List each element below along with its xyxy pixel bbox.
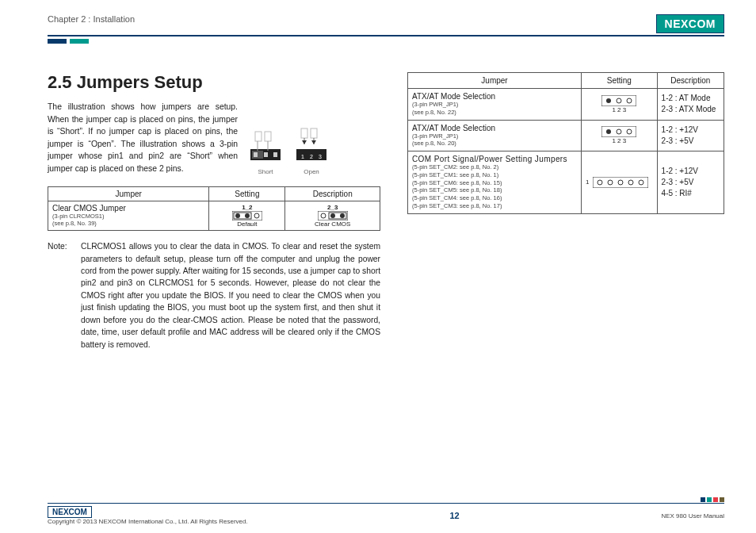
- svg-rect-9: [301, 128, 307, 138]
- jumpers-table: Jumper Setting Description ATX/AT Mode S…: [407, 72, 724, 214]
- svg-rect-7: [264, 152, 268, 157]
- note-body: CLRCMOS1 allows you to clear the data in…: [81, 240, 380, 351]
- page-number: 12: [449, 511, 459, 520]
- svg-rect-8: [273, 152, 277, 157]
- svg-rect-37: [593, 177, 648, 188]
- section-title: 2.5 Jumpers Setup: [48, 72, 380, 93]
- intro-paragraph: The illustration shows how jumpers are s…: [48, 101, 238, 175]
- col-desc: Description: [285, 186, 380, 201]
- rcol-setting: Setting: [582, 73, 658, 89]
- pins-3-icon: [601, 126, 636, 137]
- note-label: Note:: [48, 240, 81, 351]
- svg-point-34: [606, 129, 611, 134]
- svg-point-32: [627, 98, 632, 103]
- manual-ref: NEX 980 User Manual: [661, 512, 724, 520]
- note-block: Note: CLRCMOS1 allows you to clear the d…: [48, 240, 380, 351]
- svg-rect-6: [254, 152, 258, 157]
- nexcom-logo: NEXCOM: [656, 14, 724, 33]
- svg-point-31: [617, 98, 621, 103]
- jumper-open-icon: 1 2 3: [295, 127, 328, 167]
- jumper-name-cell: Clear CMOS Jumper (3-pin CLRCMOS1) (see …: [48, 201, 209, 231]
- svg-point-30: [606, 98, 611, 103]
- svg-point-38: [598, 180, 602, 185]
- page-footer: NEXCOM Copyright © 2013 NEXCOM Internati…: [48, 503, 724, 525]
- footer-logo: NEXCOM: [48, 506, 92, 518]
- page-content: 2.5 Jumpers Setup The illustration shows…: [48, 72, 724, 351]
- svg-point-25: [321, 213, 326, 218]
- svg-point-27: [340, 213, 345, 218]
- jumper-illustration: Short 1 2 3 Open: [249, 101, 328, 175]
- table-row: ATX/AT Mode Selection (3-pin PWR_JP1) (s…: [408, 120, 724, 151]
- svg-marker-14: [311, 140, 316, 144]
- svg-point-39: [608, 180, 613, 185]
- rcol-desc: Description: [657, 73, 724, 89]
- svg-rect-1: [265, 132, 271, 141]
- header-accent-bar: [48, 39, 724, 44]
- svg-point-26: [330, 213, 335, 218]
- pins-3-icon: [601, 95, 636, 106]
- svg-point-22: [254, 213, 259, 218]
- svg-text:3: 3: [319, 154, 322, 159]
- page-header: Chapter 2 : Installation NEXCOM: [48, 14, 724, 36]
- right-column: Jumper Setting Description ATX/AT Mode S…: [407, 72, 724, 351]
- svg-point-41: [628, 180, 633, 185]
- svg-rect-0: [255, 132, 262, 141]
- col-setting: Setting: [209, 186, 285, 201]
- svg-rect-10: [311, 128, 317, 138]
- left-column: 2.5 Jumpers Setup The illustration shows…: [48, 72, 380, 351]
- svg-point-40: [618, 180, 623, 185]
- svg-marker-13: [302, 140, 307, 144]
- clear-cmos-table: Jumper Setting Description Clear CMOS Ju…: [48, 186, 380, 232]
- svg-point-36: [627, 129, 632, 134]
- pins-5-icon: [593, 177, 648, 188]
- short-label: Short: [258, 168, 273, 175]
- pins-2-3-short-icon: [318, 211, 348, 220]
- table-row: COM Port Signal/Power Setting Jumpers (5…: [408, 151, 724, 214]
- svg-text:2: 2: [310, 154, 313, 159]
- table-row: ATX/AT Mode Selection (3-pin PWR_JP1) (s…: [408, 89, 724, 121]
- chapter-label: Chapter 2 : Installation: [48, 14, 135, 24]
- copyright: Copyright © 2013 NEXCOM International Co…: [48, 518, 248, 525]
- jumper-short-icon: [249, 127, 282, 167]
- svg-point-35: [617, 129, 621, 134]
- col-jumper: Jumper: [48, 186, 209, 201]
- jumper-desc-cell: 2_3 Clear CMOS: [285, 201, 380, 231]
- svg-point-20: [235, 213, 240, 218]
- svg-point-42: [639, 180, 643, 185]
- pins-1-2-short-icon: [232, 211, 262, 220]
- open-label: Open: [304, 168, 319, 175]
- svg-point-21: [245, 213, 250, 218]
- rcol-jumper: Jumper: [408, 73, 582, 89]
- svg-text:1: 1: [301, 154, 304, 159]
- jumper-setting-cell: 1_2 Default: [209, 201, 285, 231]
